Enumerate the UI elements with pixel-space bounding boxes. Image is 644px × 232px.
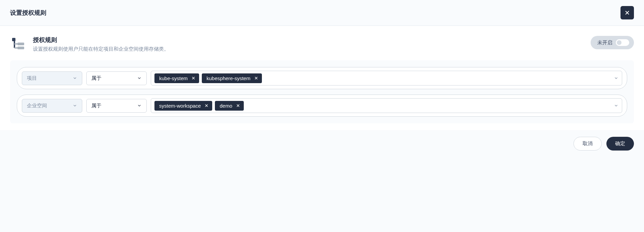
- rules-icon: [10, 36, 26, 52]
- chevron-down-icon[interactable]: [614, 103, 618, 108]
- section-description: 设置授权规则使用户只能在特定项目和企业空间使用存储类。: [33, 46, 169, 52]
- svg-rect-3: [17, 47, 24, 49]
- remove-tag-icon[interactable]: [236, 103, 240, 108]
- tag-input-project[interactable]: kube-system kubesphere-system: [151, 71, 622, 85]
- tag-label: demo: [220, 103, 232, 109]
- enable-toggle[interactable]: 未开启: [591, 36, 634, 49]
- toggle-label: 未开启: [597, 40, 612, 46]
- tag-system-workspace: system-workspace: [154, 101, 212, 111]
- chevron-down-icon: [73, 103, 77, 108]
- remove-tag-icon[interactable]: [191, 76, 196, 80]
- svg-rect-4: [14, 43, 18, 45]
- section-header-left: 授权规则 设置授权规则使用户只能在特定项目和企业空间使用存储类。: [10, 36, 169, 52]
- rule-row-project: 项目 属于 kube-system kubesphere-system: [17, 67, 627, 89]
- operator-select-workspace[interactable]: 属于: [86, 99, 147, 113]
- section-header: 授权规则 设置授权规则使用户只能在特定项目和企业空间使用存储类。 未开启: [10, 36, 634, 52]
- svg-rect-2: [17, 43, 24, 45]
- svg-rect-5: [14, 47, 18, 49]
- tag-demo: demo: [215, 101, 244, 111]
- scope-select-label: 项目: [27, 75, 37, 81]
- remove-tag-icon[interactable]: [204, 103, 209, 108]
- tag-kubesphere-system: kubesphere-system: [202, 73, 262, 83]
- tag-input-workspace[interactable]: system-workspace demo: [151, 98, 622, 113]
- svg-rect-0: [12, 38, 15, 41]
- rules-container: 项目 属于 kube-system kubesphere-system: [10, 60, 634, 123]
- section-title: 授权规则: [33, 36, 169, 44]
- modal-title: 设置授权规则: [10, 9, 46, 17]
- rule-row-workspace: 企业空间 属于 system-workspace demo: [17, 95, 627, 117]
- operator-select-label: 属于: [91, 75, 101, 81]
- chevron-down-icon[interactable]: [614, 76, 618, 80]
- close-icon: [624, 9, 631, 16]
- operator-select-project[interactable]: 属于: [86, 71, 147, 85]
- scope-select-project[interactable]: 项目: [22, 71, 82, 85]
- scope-select-label: 企业空间: [27, 103, 47, 109]
- operator-select-label: 属于: [91, 103, 101, 109]
- toggle-switch-icon: [616, 39, 629, 46]
- tag-kube-system: kube-system: [154, 73, 199, 83]
- remove-tag-icon[interactable]: [254, 76, 259, 80]
- modal-body: 授权规则 设置授权规则使用户只能在特定项目和企业空间使用存储类。 未开启 项目 …: [0, 26, 644, 130]
- modal-footer: 取消 确定: [0, 130, 644, 157]
- cancel-button[interactable]: 取消: [573, 137, 602, 151]
- chevron-down-icon: [137, 103, 142, 108]
- modal-header: 设置授权规则: [0, 0, 644, 26]
- chevron-down-icon: [137, 76, 142, 80]
- tag-label: system-workspace: [159, 103, 201, 109]
- close-button[interactable]: [620, 6, 634, 19]
- tag-label: kube-system: [159, 75, 188, 81]
- scope-select-workspace[interactable]: 企业空间: [22, 99, 82, 113]
- tag-label: kubesphere-system: [206, 75, 250, 81]
- chevron-down-icon: [73, 76, 77, 80]
- confirm-button[interactable]: 确定: [606, 137, 634, 151]
- section-text: 授权规则 设置授权规则使用户只能在特定项目和企业空间使用存储类。: [33, 36, 169, 52]
